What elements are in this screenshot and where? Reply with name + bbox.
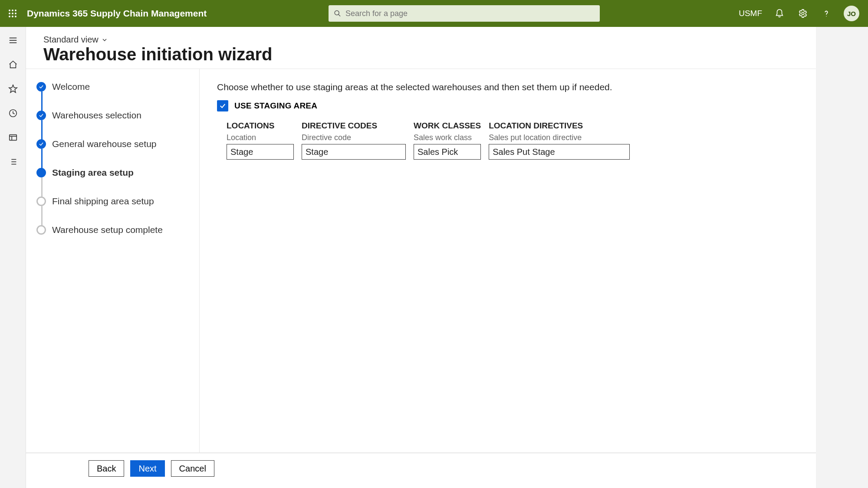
back-button[interactable]: Back bbox=[89, 460, 124, 477]
view-selector[interactable]: Standard view bbox=[43, 35, 108, 45]
chevron-down-icon bbox=[101, 36, 108, 43]
svg-line-10 bbox=[338, 14, 340, 16]
svg-point-3 bbox=[9, 13, 10, 14]
app-launcher-icon[interactable] bbox=[6, 7, 19, 20]
field-label-location: Location bbox=[227, 133, 294, 142]
recent-icon[interactable] bbox=[7, 107, 20, 120]
step-status-done-icon bbox=[36, 82, 46, 92]
step-label: Staging area setup bbox=[52, 168, 134, 177]
content: Welcome Warehouses selection General war… bbox=[26, 69, 816, 453]
topbar: Dynamics 365 Supply Chain Management USM… bbox=[0, 0, 868, 27]
svg-point-5 bbox=[15, 13, 16, 14]
step-label: Warehouses selection bbox=[52, 111, 141, 120]
wizard-step-final-shipping[interactable]: Final shipping area setup bbox=[36, 197, 186, 225]
col-header-locations: LOCATIONS bbox=[227, 121, 294, 131]
search-box[interactable] bbox=[329, 5, 600, 22]
svg-point-6 bbox=[9, 16, 10, 17]
location-input[interactable] bbox=[227, 144, 294, 160]
svg-rect-18 bbox=[9, 135, 16, 141]
favorites-icon[interactable] bbox=[7, 82, 20, 95]
app-name: Dynamics 365 Supply Chain Management bbox=[27, 8, 207, 19]
svg-point-9 bbox=[335, 11, 339, 15]
wizard-step-warehouses[interactable]: Warehouses selection bbox=[36, 111, 186, 139]
svg-marker-16 bbox=[9, 85, 16, 92]
step-label: General warehouse setup bbox=[52, 139, 157, 149]
view-label: Standard view bbox=[43, 35, 99, 45]
home-icon[interactable] bbox=[7, 58, 20, 71]
svg-point-4 bbox=[12, 13, 13, 14]
help-icon[interactable] bbox=[820, 7, 832, 20]
page-header: Standard view Warehouse initiation wizar… bbox=[26, 27, 816, 69]
location-directive-input[interactable] bbox=[489, 144, 630, 160]
wizard-step-general-setup[interactable]: General warehouse setup bbox=[36, 139, 186, 168]
work-class-input[interactable] bbox=[414, 144, 481, 160]
main: Standard view Warehouse initiation wizar… bbox=[26, 27, 868, 488]
wizard-footer: Back Next Cancel bbox=[26, 453, 816, 488]
svg-point-2 bbox=[15, 10, 16, 11]
wizard-step-staging[interactable]: Staging area setup bbox=[36, 168, 186, 197]
notifications-icon[interactable] bbox=[773, 7, 786, 20]
svg-point-11 bbox=[802, 12, 804, 15]
left-nav-rail bbox=[0, 27, 26, 488]
use-staging-checkbox[interactable] bbox=[217, 100, 228, 111]
company-code[interactable]: USMF bbox=[739, 9, 762, 18]
svg-point-0 bbox=[9, 10, 10, 11]
svg-point-7 bbox=[12, 16, 13, 17]
col-header-directive-codes: DIRECTIVE CODES bbox=[302, 121, 406, 131]
step-label: Warehouse setup complete bbox=[52, 225, 163, 235]
workspaces-icon[interactable] bbox=[7, 131, 20, 144]
use-staging-label: USE STAGING AREA bbox=[234, 101, 317, 111]
svg-point-8 bbox=[15, 16, 16, 17]
wizard-steps: Welcome Warehouses selection General war… bbox=[26, 69, 200, 452]
cancel-button[interactable]: Cancel bbox=[171, 460, 214, 477]
staging-columns: LOCATIONS Location DIRECTIVE CODES Direc… bbox=[217, 118, 799, 160]
search-input[interactable] bbox=[345, 9, 595, 18]
col-header-location-directives: LOCATION DIRECTIVES bbox=[489, 121, 630, 131]
step-status-done-icon bbox=[36, 139, 46, 149]
instruction-text: Choose whether to use staging areas at t… bbox=[217, 82, 799, 92]
directive-code-input[interactable] bbox=[302, 144, 406, 160]
page-title: Warehouse initiation wizard bbox=[43, 45, 799, 64]
wizard-pane: Choose whether to use staging areas at t… bbox=[200, 69, 816, 452]
step-status-todo-icon bbox=[36, 225, 46, 235]
settings-icon[interactable] bbox=[797, 7, 809, 20]
user-avatar[interactable]: JO bbox=[844, 6, 859, 21]
next-button[interactable]: Next bbox=[130, 460, 164, 477]
wizard-step-complete[interactable]: Warehouse setup complete bbox=[36, 225, 186, 235]
modules-icon[interactable] bbox=[7, 155, 20, 168]
wizard-step-welcome[interactable]: Welcome bbox=[36, 82, 186, 111]
field-label-work-class: Sales work class bbox=[414, 133, 481, 142]
step-status-current-icon bbox=[36, 168, 46, 177]
field-label-directive-code: Directive code bbox=[302, 133, 406, 142]
step-status-todo-icon bbox=[36, 197, 46, 206]
step-status-done-icon bbox=[36, 111, 46, 120]
step-label: Welcome bbox=[52, 82, 90, 92]
svg-point-1 bbox=[12, 10, 13, 11]
step-label: Final shipping area setup bbox=[52, 197, 154, 206]
hamburger-icon[interactable] bbox=[7, 34, 20, 47]
col-header-work-classes: WORK CLASSES bbox=[414, 121, 481, 131]
field-label-location-directive: Sales put location directive bbox=[489, 133, 630, 142]
svg-point-12 bbox=[826, 16, 826, 16]
